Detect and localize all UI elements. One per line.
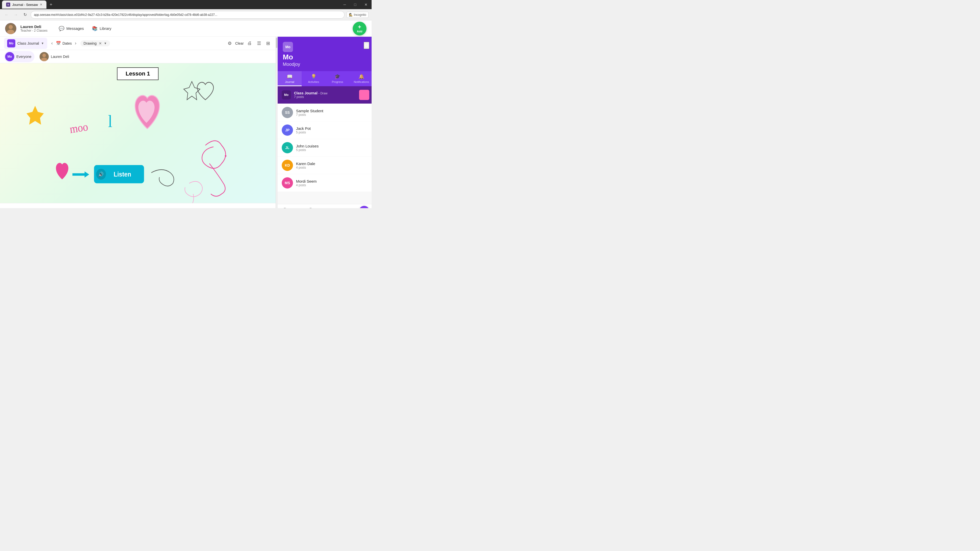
svg-point-1 xyxy=(9,25,13,29)
notifications-tab-icon: 🔔 xyxy=(359,74,364,79)
scroll-indicator[interactable] xyxy=(275,37,277,208)
right-panel-footer: + Students + Families 💬 xyxy=(278,204,372,208)
settings-button[interactable]: ⚙ xyxy=(364,42,369,49)
list-view-button[interactable]: ☰ xyxy=(256,39,262,48)
karen-dale-posts: 4 posts xyxy=(296,166,369,169)
svg-text:🔊: 🔊 xyxy=(98,171,104,177)
jack-pot-info: Jack Pot 5 posts xyxy=(296,126,369,134)
toolbar: Mo Class Journal ▼ ‹ 📅 Dates › Drawing xyxy=(0,37,275,50)
tab-notifications[interactable]: 🔔 Notifications xyxy=(349,71,372,86)
light-pink-scribble xyxy=(185,181,202,203)
library-nav-item[interactable]: 📚 Library xyxy=(91,24,112,33)
sample-student-name: Sample Student xyxy=(296,109,369,113)
journal-tab-label: Journal xyxy=(285,80,294,83)
avatar xyxy=(5,23,16,34)
user-name: Lauren Deli xyxy=(21,24,48,29)
drawing-label: Drawing xyxy=(83,41,97,45)
chat-fab-button[interactable]: 💬 xyxy=(359,206,369,208)
grid-view-button[interactable]: ⊞ xyxy=(265,39,272,48)
dot-accent xyxy=(225,155,226,157)
john-louises-name: John Louises xyxy=(296,144,369,148)
svg-point-4 xyxy=(42,54,46,57)
pink-scribble xyxy=(202,141,226,196)
add-families-icon: + xyxy=(307,208,313,208)
active-tab[interactable]: S Journal - Seesaw ✕ xyxy=(2,0,46,9)
back-button[interactable]: ← xyxy=(3,11,10,18)
list-item[interactable]: KD Karen Dale 4 posts xyxy=(278,157,372,174)
listen-button-canvas[interactable]: 🔊 Listen xyxy=(94,165,144,183)
drawing-filter-close-button[interactable]: ✕ xyxy=(99,41,102,45)
heart-large-pink xyxy=(135,95,159,129)
right-panel-fullname: Moodjoy xyxy=(283,62,368,67)
blue-arrow xyxy=(73,171,89,178)
mordi-seem-info: Mordi Seem 4 posts xyxy=(296,179,369,187)
dates-label[interactable]: 📅 Dates xyxy=(56,41,72,46)
karen-dale-info: Karen Dale 4 posts xyxy=(296,162,369,169)
moo-text: moo xyxy=(69,120,89,135)
class-name: Class Journal xyxy=(18,41,39,45)
tab-journal[interactable]: 📖 Journal xyxy=(278,71,302,86)
class-journal-item[interactable]: Mo Class Journal - Draw 7 posts xyxy=(278,86,372,103)
everyone-label: Everyone xyxy=(16,55,32,59)
list-item[interactable]: SS Sample Student 7 posts xyxy=(278,104,372,121)
class-journal-title: Class Journal xyxy=(294,91,318,95)
class-journal-posts: 7 posts xyxy=(294,95,356,99)
drawings-svg: moo l xyxy=(0,63,275,203)
add-button[interactable]: + Add xyxy=(353,22,366,35)
forward-button[interactable]: → xyxy=(12,11,19,18)
incognito-label: Incognito xyxy=(354,13,366,17)
add-students-button[interactable]: + Students xyxy=(282,208,304,208)
class-journal-mo-badge: Mo xyxy=(282,90,291,100)
everyone-avatar: Mo xyxy=(5,52,14,61)
class-selector[interactable]: Mo Class Journal ▼ xyxy=(4,38,47,49)
everyone-chip[interactable]: Mo Everyone xyxy=(4,51,35,62)
maximize-button[interactable]: □ xyxy=(352,2,358,8)
dates-forward-button[interactable]: › xyxy=(74,40,77,47)
list-item[interactable]: JL John Louises 5 posts xyxy=(278,139,372,156)
new-tab-button[interactable]: + xyxy=(48,2,54,7)
tab-progress[interactable]: 🎓 Progress xyxy=(326,71,350,86)
dates-back-button[interactable]: ‹ xyxy=(50,40,54,47)
sample-student-posts: 7 posts xyxy=(296,113,369,117)
sample-student-avatar: SS xyxy=(282,107,293,118)
list-item[interactable]: JP Jack Pot 5 posts xyxy=(278,121,372,139)
heart-pink-left xyxy=(56,163,68,179)
address-input[interactable] xyxy=(30,11,345,19)
tab-activities[interactable]: 💡 Activities xyxy=(302,71,326,86)
mordi-seem-posts: 4 posts xyxy=(296,183,369,187)
heart-outline xyxy=(197,83,213,100)
header-nav: 💬 Messages 📚 Library xyxy=(58,24,112,33)
add-students-icon: + xyxy=(282,208,288,208)
karen-dale-name: Karen Dale xyxy=(296,162,369,166)
clear-button[interactable]: Clear xyxy=(235,41,244,45)
dark-scribble xyxy=(151,170,174,186)
drawing-filter-expand-button[interactable]: ▼ xyxy=(104,41,107,45)
print-button[interactable]: 🖨 xyxy=(246,39,253,48)
mordi-seem-avatar: MS xyxy=(282,177,293,189)
close-button[interactable]: ✕ xyxy=(363,2,369,8)
class-chevron-icon: ▼ xyxy=(41,41,44,45)
lauren-deli-chip[interactable]: Lauren Deli xyxy=(38,51,72,62)
filter-settings-button[interactable]: ⚙ xyxy=(226,39,233,48)
jack-pot-posts: 5 posts xyxy=(296,130,369,134)
dates-nav: ‹ 📅 Dates › xyxy=(50,40,78,47)
student-filter-bar: Mo Everyone Lauren Deli xyxy=(0,50,275,63)
right-panel-mo-badge: Mo xyxy=(283,42,293,52)
add-families-button[interactable]: + Families xyxy=(307,208,328,208)
canvas-area: Lesson 1 moo l xyxy=(0,63,275,208)
right-panel-user-initial: Mo xyxy=(283,53,368,61)
activities-tab-label: Activities xyxy=(308,80,319,83)
dates-text: Dates xyxy=(62,41,72,45)
refresh-button[interactable]: ↻ xyxy=(21,11,29,18)
user-role: Teacher - 2 Classes xyxy=(21,29,48,32)
svg-text:Listen: Listen xyxy=(114,171,131,178)
incognito-button[interactable]: 🕵 Incognito xyxy=(347,12,369,18)
minimize-button[interactable]: ─ xyxy=(342,2,348,8)
list-item[interactable]: MS Mordi Seem 4 posts xyxy=(278,174,372,192)
tab-close-button[interactable]: ✕ xyxy=(40,3,42,6)
messages-nav-item[interactable]: 💬 Messages xyxy=(58,24,85,33)
left-panel: Mo Class Journal ▼ ‹ 📅 Dates › Drawing xyxy=(0,37,275,208)
svg-marker-6 xyxy=(73,171,89,178)
incognito-icon: 🕵 xyxy=(349,13,353,17)
tab-favicon: S xyxy=(6,3,10,6)
